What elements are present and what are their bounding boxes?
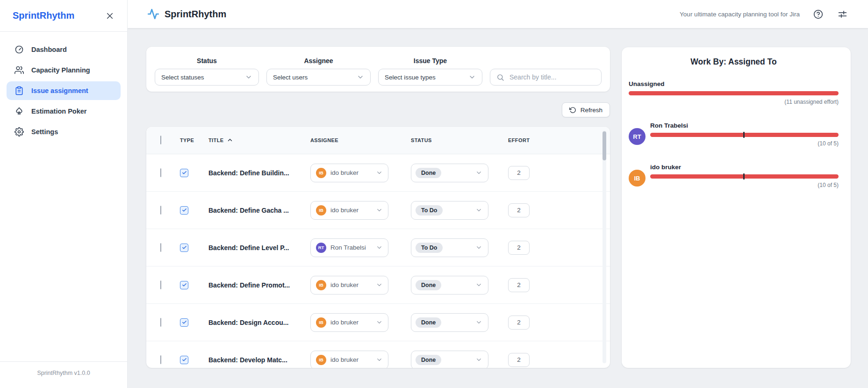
- issue-type-filter-label: Issue Type: [378, 57, 482, 65]
- brand-name: SprintRhythm: [165, 9, 226, 20]
- topbar: SprintRhythm Your ultimate capacity plan…: [128, 0, 868, 28]
- sidebar-footer-version: SprintRhythm v1.0.0: [0, 361, 127, 388]
- sidebar-item-capacity-planning[interactable]: Capacity Planning: [7, 61, 121, 79]
- sliders-icon: [838, 9, 847, 19]
- status-select[interactable]: Select statuses: [155, 69, 259, 86]
- table-row: Backend: Define Level P... RT Ron Trabel…: [146, 229, 610, 266]
- table-header-row: TYPE TITLE ASSIGNEE STATUS EFFORT: [146, 127, 610, 154]
- pulse-logo-icon: [147, 8, 159, 20]
- select-all-checkbox[interactable]: [160, 136, 161, 144]
- effort-input[interactable]: [508, 278, 530, 292]
- status-filter: Status Select statuses: [155, 57, 259, 86]
- column-header-type[interactable]: TYPE: [176, 137, 207, 143]
- row-status-select[interactable]: Done: [411, 313, 488, 332]
- row-checkbox[interactable]: [160, 243, 161, 252]
- row-checkbox[interactable]: [160, 355, 161, 364]
- sidebar-item-estimation-poker[interactable]: Estimation Poker: [7, 102, 121, 121]
- effort-input[interactable]: [508, 316, 530, 330]
- unassigned-label: Unassigned: [629, 80, 839, 87]
- topbar-right: Your ultimate capacity planning tool for…: [680, 8, 848, 20]
- issue-type-select-value: Select issue types: [385, 74, 436, 81]
- sidebar-item-dashboard[interactable]: Dashboard: [7, 40, 121, 59]
- sidebar-item-label: Issue assignment: [31, 87, 88, 94]
- issue-title: Backend: Develop Matc...: [207, 356, 308, 364]
- status-badge: Done: [416, 317, 441, 328]
- clipboard-icon: [14, 86, 24, 95]
- row-assignee-select[interactable]: IB ido bruker: [310, 276, 388, 295]
- chevron-down-icon: [376, 356, 383, 363]
- person-workload: RT Ron Trabelsi (10 of 5): [629, 122, 839, 147]
- assignee-filter-label: Assignee: [266, 57, 371, 65]
- row-assignee-select[interactable]: RT Ron Trabelsi: [310, 238, 388, 257]
- chevron-down-icon: [357, 73, 364, 81]
- task-type-icon: [180, 318, 188, 327]
- help-button[interactable]: [812, 8, 824, 20]
- chevron-down-icon: [245, 73, 252, 81]
- gear-icon: [14, 127, 24, 137]
- app-brand: SprintRhythm: [147, 8, 226, 20]
- row-status-select[interactable]: To Do: [411, 201, 488, 220]
- task-type-icon: [180, 244, 188, 252]
- row-assignee-select[interactable]: IB ido bruker: [310, 351, 388, 368]
- effort-input[interactable]: [508, 166, 530, 180]
- status-badge: Done: [416, 355, 441, 365]
- help-icon: [813, 9, 823, 19]
- row-status-select[interactable]: Done: [411, 351, 488, 368]
- assignee-select-value: Select users: [273, 74, 308, 81]
- sidebar-item-label: Capacity Planning: [31, 66, 90, 74]
- unassigned-effort-bar: [629, 91, 839, 95]
- avatar: IB: [316, 205, 326, 216]
- row-checkbox[interactable]: [160, 168, 161, 177]
- status-badge: Done: [416, 168, 441, 178]
- chevron-down-icon: [376, 244, 383, 251]
- column-header-effort[interactable]: EFFORT: [506, 137, 610, 143]
- row-status-select[interactable]: To Do: [411, 238, 488, 257]
- person-caption: (10 of 5): [650, 140, 839, 147]
- sidebar-item-settings[interactable]: Settings: [7, 122, 121, 141]
- unassigned-caption: (11 unassigned effort): [629, 99, 839, 105]
- avatar: IB: [316, 168, 326, 178]
- refresh-row: Refresh: [146, 102, 610, 117]
- work-by-panel: Work By: Assigned To Unassigned (11 unas…: [622, 47, 851, 368]
- sidebar-app-title: SprintRhythm: [13, 10, 74, 21]
- sidebar-item-issue-assignment[interactable]: Issue assignment: [7, 81, 121, 100]
- refresh-button-label: Refresh: [581, 107, 603, 114]
- capacity-marker: [743, 132, 745, 138]
- column-header-status[interactable]: STATUS: [407, 137, 506, 143]
- effort-input[interactable]: [508, 241, 530, 255]
- row-checkbox[interactable]: [160, 206, 161, 215]
- status-select-value: Select statuses: [161, 74, 204, 81]
- sidebar-close-button[interactable]: [104, 10, 116, 22]
- chevron-down-icon: [376, 169, 383, 176]
- task-type-icon: [180, 169, 188, 177]
- table-row: Backend: Define Promot... IB ido bruker …: [146, 266, 610, 304]
- assignee-select[interactable]: Select users: [266, 69, 371, 86]
- effort-input[interactable]: [508, 203, 530, 217]
- chevron-down-icon: [468, 73, 476, 81]
- row-assignee-select[interactable]: IB ido bruker: [310, 313, 388, 332]
- row-assignee-select[interactable]: IB ido bruker: [310, 201, 388, 220]
- person-effort-bar: [650, 133, 839, 137]
- issue-type-select[interactable]: Select issue types: [378, 69, 482, 86]
- row-assignee-select[interactable]: IB ido bruker: [310, 164, 388, 182]
- center-column: Status Select statuses Assignee Select u…: [146, 47, 610, 368]
- row-status-select[interactable]: Done: [411, 164, 488, 182]
- table-row: Backend: Design Accou... IB ido bruker D…: [146, 304, 610, 341]
- search-input[interactable]: [509, 73, 595, 81]
- column-header-title[interactable]: TITLE: [207, 137, 308, 144]
- search-filter: [490, 57, 602, 86]
- scrollbar-thumb[interactable]: [603, 131, 606, 160]
- row-status-select[interactable]: Done: [411, 276, 488, 295]
- avatar: RT: [629, 128, 646, 145]
- app-tagline: Your ultimate capacity planning tool for…: [680, 11, 800, 18]
- preferences-button[interactable]: [837, 8, 848, 20]
- effort-input[interactable]: [508, 353, 530, 367]
- unassigned-section: Unassigned (11 unassigned effort): [629, 80, 839, 105]
- work-by-title: Work By: Assigned To: [629, 57, 839, 67]
- column-header-assignee[interactable]: ASSIGNEE: [308, 137, 407, 143]
- refresh-button[interactable]: Refresh: [562, 102, 610, 117]
- row-checkbox[interactable]: [160, 280, 161, 289]
- sidebar-header: SprintRhythm: [0, 0, 127, 32]
- row-checkbox[interactable]: [160, 318, 161, 327]
- person-name: ido bruker: [650, 164, 839, 171]
